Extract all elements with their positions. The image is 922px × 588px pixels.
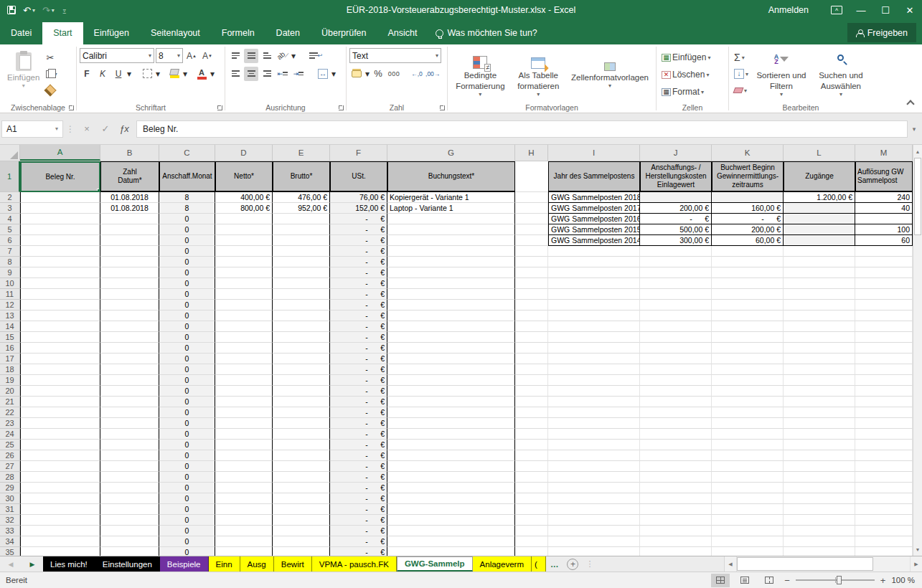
row-header-28[interactable]: 28 [0, 472, 20, 483]
sheet-tab-4[interactable]: Einn [209, 556, 240, 572]
scroll-left-icon[interactable]: ◀ [725, 556, 737, 572]
cell-K34[interactable] [712, 536, 784, 547]
cell-F17[interactable]: - € [330, 354, 387, 364]
cell-C19[interactable]: 0 [159, 375, 215, 386]
cell-B3[interactable]: 01.08.2018 [100, 203, 159, 214]
new-sheet-button[interactable]: + [567, 559, 578, 570]
cell-B9[interactable] [100, 267, 159, 278]
cell-F4[interactable]: - € [330, 214, 387, 224]
cell-L3[interactable] [784, 203, 855, 214]
cell-C24[interactable]: 0 [159, 429, 215, 440]
cell-L34[interactable] [784, 536, 855, 547]
cell-H28[interactable] [515, 472, 548, 483]
cell-E4[interactable] [273, 214, 330, 224]
increase-decimal-button[interactable]: ←,0 [410, 67, 424, 81]
collapse-ribbon-button[interactable] [906, 100, 914, 108]
cell-M22[interactable] [855, 407, 913, 418]
underline-button[interactable]: U [111, 67, 126, 81]
cell-H27[interactable] [515, 461, 548, 472]
save-button[interactable] [7, 6, 16, 14]
cell-F25[interactable]: - € [330, 440, 387, 450]
row-header-24[interactable]: 24 [0, 429, 20, 440]
cell-D9[interactable] [215, 267, 273, 278]
copy-button[interactable]: ▾ [44, 67, 59, 81]
cell-G15[interactable] [387, 332, 515, 343]
cell-C29[interactable]: 0 [159, 483, 215, 493]
cell-D2[interactable]: 400,00 € [215, 192, 273, 203]
row-header-33[interactable]: 33 [0, 526, 20, 536]
cell-H32[interactable] [515, 515, 548, 526]
cell-H3[interactable] [515, 203, 548, 214]
cell-J29[interactable] [640, 483, 712, 493]
cell-G17[interactable] [387, 354, 515, 364]
cell-C22[interactable]: 0 [159, 407, 215, 418]
cell-G33[interactable] [387, 526, 515, 536]
cell-B33[interactable] [100, 526, 159, 536]
cell-M5[interactable]: 100 [855, 224, 913, 235]
cell-L28[interactable] [784, 472, 855, 483]
cell-M2[interactable]: 240 [855, 192, 913, 203]
row-header-1[interactable]: 1 [0, 161, 20, 192]
cell-J8[interactable] [640, 257, 712, 267]
cell-J19[interactable] [640, 375, 712, 386]
cell-I20[interactable] [548, 386, 640, 397]
cell-L2[interactable]: 1.200,00 € [784, 192, 855, 203]
conditional-formatting-button[interactable]: ≠ Bedingte Formatierung▾ [451, 47, 510, 100]
cell-F16[interactable]: - € [330, 343, 387, 354]
cell-L20[interactable] [784, 386, 855, 397]
cell-D26[interactable] [215, 450, 273, 461]
name-box[interactable]: A1▾ [1, 120, 63, 138]
cell-A32[interactable] [20, 515, 100, 526]
cell-A30[interactable] [20, 493, 100, 504]
cell-B26[interactable] [100, 450, 159, 461]
cell-I10[interactable] [548, 278, 640, 289]
cell-H6[interactable] [515, 235, 548, 246]
cell-E21[interactable] [273, 397, 330, 407]
cell-A22[interactable] [20, 407, 100, 418]
cell-I16[interactable] [548, 343, 640, 354]
cell-C8[interactable]: 0 [159, 257, 215, 267]
row-header-13[interactable]: 13 [0, 310, 20, 321]
cell-H20[interactable] [515, 386, 548, 397]
cell-G31[interactable] [387, 504, 515, 515]
row-header-25[interactable]: 25 [0, 440, 20, 450]
cell-I35[interactable] [548, 547, 640, 556]
cell-C30[interactable]: 0 [159, 493, 215, 504]
column-header-J[interactable]: J [640, 145, 712, 161]
cell-L6[interactable] [784, 235, 855, 246]
row-header-26[interactable]: 26 [0, 450, 20, 461]
cell-L1[interactable]: Zugänge [784, 161, 855, 192]
italic-button[interactable]: K [95, 67, 110, 81]
cell-M1[interactable]: Auflösung GW Sammelpost [855, 161, 913, 192]
cell-F26[interactable]: - € [330, 450, 387, 461]
cell-K13[interactable] [712, 310, 784, 321]
cell-B5[interactable] [100, 224, 159, 235]
horizontal-scroll-thumb[interactable] [737, 557, 873, 571]
cell-I14[interactable] [548, 321, 640, 332]
cell-H21[interactable] [515, 397, 548, 407]
cell-F28[interactable]: - € [330, 472, 387, 483]
horizontal-scrollbar[interactable]: ◀ ▶ [724, 556, 922, 572]
cell-I9[interactable] [548, 267, 640, 278]
comma-style-button[interactable]: 000 [387, 67, 401, 81]
cell-H35[interactable] [515, 547, 548, 556]
cell-H15[interactable] [515, 332, 548, 343]
cell-A19[interactable] [20, 375, 100, 386]
row-header-23[interactable]: 23 [0, 418, 20, 429]
cell-B17[interactable] [100, 354, 159, 364]
cell-D11[interactable] [215, 289, 273, 300]
cell-J1[interactable]: Anschaffungs- / Herstellungskosten Einla… [640, 161, 712, 192]
sheet-tab-3[interactable]: Beispiele [160, 556, 209, 572]
close-button[interactable]: ✕ [898, 0, 922, 20]
expand-formula-bar-button[interactable]: ▾ [908, 125, 921, 133]
cell-E10[interactable] [273, 278, 330, 289]
tab-einfuegen[interactable]: Einfügen [83, 22, 140, 44]
row-header-3[interactable]: 3 [0, 203, 20, 214]
cell-C15[interactable]: 0 [159, 332, 215, 343]
cell-G4[interactable] [387, 214, 515, 224]
cell-D24[interactable] [215, 429, 273, 440]
cell-L35[interactable] [784, 547, 855, 556]
column-header-K[interactable]: K [712, 145, 784, 161]
cell-G26[interactable] [387, 450, 515, 461]
cell-styles-button[interactable]: Zellenformatvorlagen▾ [567, 47, 653, 100]
